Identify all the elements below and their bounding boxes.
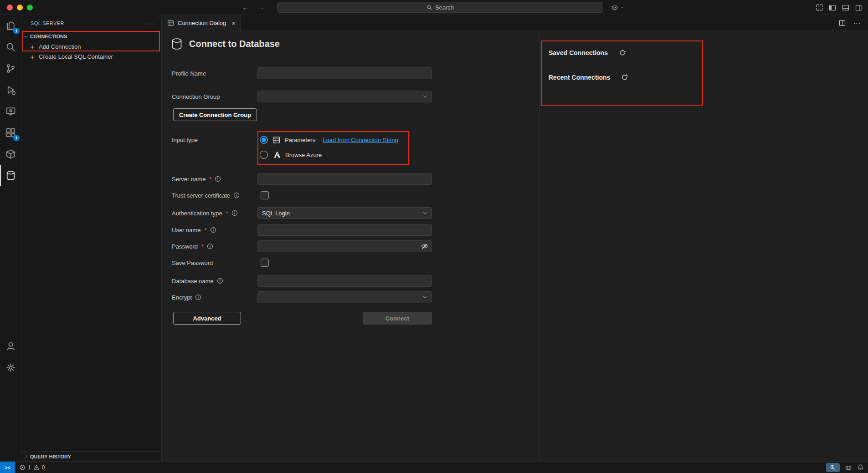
required-marker: * xyxy=(209,176,211,183)
create-local-sql-container-item[interactable]: + Create Local SQL Container xyxy=(21,51,161,61)
toggle-panel-icon[interactable] xyxy=(842,4,849,11)
chevron-down-icon xyxy=(620,5,624,10)
connections-side-panel: Saved Connections Recent Connections xyxy=(539,31,868,461)
editor-more-actions-icon[interactable]: ··· xyxy=(853,20,861,26)
command-center-search[interactable]: Search xyxy=(277,2,603,13)
activity-accounts[interactable] xyxy=(0,336,21,357)
database-name-label: Database name xyxy=(172,275,223,287)
toggle-primary-sidebar-icon[interactable] xyxy=(829,4,836,11)
connect-button[interactable]: Connect xyxy=(363,312,432,325)
activity-remote-explorer[interactable] xyxy=(0,101,21,122)
chevron-down-icon xyxy=(24,34,29,39)
dialog-header: Connect to Database xyxy=(171,37,280,51)
connection-dialog-webview: Connect to Database Profile Name Connect… xyxy=(162,31,868,461)
tab-connection-dialog[interactable]: Connection Dialog × xyxy=(162,15,241,31)
connection-group-label: Connection Group xyxy=(172,91,220,102)
split-editor-icon[interactable] xyxy=(839,20,846,26)
azure-icon xyxy=(272,151,281,159)
activity-extensions[interactable]: 1 xyxy=(0,122,21,143)
back-arrow-icon[interactable]: ← xyxy=(242,4,249,12)
browse-azure-radio[interactable] xyxy=(260,151,268,159)
copilot-status-icon[interactable] xyxy=(845,464,852,471)
connections-section-header[interactable]: CONNECTIONS xyxy=(21,31,161,41)
profile-name-input[interactable] xyxy=(257,67,432,79)
create-connection-group-button[interactable]: Create Connection Group xyxy=(173,108,257,121)
tab-label: Connection Dialog xyxy=(178,20,226,26)
sidebar-more-actions-icon[interactable]: ··· xyxy=(148,20,155,27)
search-icon xyxy=(426,5,432,10)
info-icon[interactable] xyxy=(217,278,223,284)
window-zoom-button[interactable] xyxy=(27,5,33,10)
password-label: Password * xyxy=(172,240,213,252)
add-connection-label: Add Connection xyxy=(39,43,81,50)
activity-bar: 1 1 xyxy=(0,15,21,461)
search-icon xyxy=(5,42,16,52)
activity-sql-server[interactable] xyxy=(0,165,21,186)
add-connection-item[interactable]: + Add Connection xyxy=(21,41,161,51)
editor-group: Connection Dialog × ··· Connect to Datab… xyxy=(162,15,868,461)
input-type-label: Input type xyxy=(172,134,198,146)
info-icon[interactable] xyxy=(195,294,201,300)
info-icon[interactable] xyxy=(210,227,216,233)
history-nav: ← → xyxy=(242,0,265,15)
database-name-field-wrap xyxy=(257,275,432,287)
tab-bar: Connection Dialog × ··· xyxy=(162,15,868,31)
server-name-input[interactable] xyxy=(257,173,432,185)
info-icon[interactable] xyxy=(233,192,240,198)
explorer-badge: 1 xyxy=(13,28,20,34)
gear-icon xyxy=(5,362,16,373)
chevron-down-icon xyxy=(422,210,428,216)
warning-count: 0 xyxy=(42,464,45,471)
notifications-bell-icon[interactable] xyxy=(857,464,864,471)
source-control-icon xyxy=(5,63,16,74)
activity-explorer[interactable]: 1 xyxy=(0,15,21,36)
copilot-menu-button[interactable] xyxy=(611,2,624,13)
connection-group-select[interactable] xyxy=(257,91,432,102)
error-icon xyxy=(19,464,26,471)
advanced-button[interactable]: Advanced xyxy=(173,312,241,325)
parameters-label: Parameters xyxy=(285,137,315,143)
run-debug-icon xyxy=(5,85,16,95)
copilot-icon xyxy=(611,4,618,11)
parameters-radio[interactable] xyxy=(260,136,268,144)
container-cube-icon xyxy=(5,149,16,159)
info-icon[interactable] xyxy=(215,176,221,182)
recent-connections-label: Recent Connections xyxy=(549,74,610,81)
server-name-field-wrap xyxy=(257,173,432,185)
account-icon xyxy=(5,341,16,351)
problems-status-item[interactable]: 1 0 xyxy=(19,464,45,471)
activity-run-debug[interactable] xyxy=(0,79,21,101)
tab-close-icon[interactable]: × xyxy=(231,19,236,27)
forward-arrow-icon[interactable]: → xyxy=(257,4,265,12)
activity-containers[interactable] xyxy=(0,143,21,165)
save-password-checkbox[interactable] xyxy=(261,259,269,267)
encrypt-select[interactable] xyxy=(257,291,432,303)
activity-bar-bottom xyxy=(0,336,21,378)
activity-settings[interactable] xyxy=(0,357,21,378)
remote-icon: >< xyxy=(5,465,10,470)
load-from-connection-string-link[interactable]: Load from Connection String xyxy=(323,137,398,143)
refresh-icon[interactable] xyxy=(619,49,626,56)
create-local-sql-container-label: Create Local SQL Container xyxy=(39,53,113,60)
activity-source-control[interactable] xyxy=(0,58,21,79)
toggle-secondary-sidebar-icon[interactable] xyxy=(855,4,863,11)
window-controls xyxy=(7,5,33,10)
refresh-icon[interactable] xyxy=(621,74,628,81)
toggle-password-visibility-icon[interactable] xyxy=(421,243,428,250)
sql-server-sidebar: SQL SERVER ··· CONNECTIONS + Add Connect… xyxy=(21,15,162,461)
trust-certificate-checkbox[interactable] xyxy=(261,191,269,199)
activity-search[interactable] xyxy=(0,36,21,58)
info-icon[interactable] xyxy=(231,210,238,216)
remote-indicator[interactable]: >< xyxy=(0,462,15,473)
window-close-button[interactable] xyxy=(7,5,13,10)
customize-layout-icon[interactable] xyxy=(816,4,823,11)
window-minimize-button[interactable] xyxy=(17,5,23,10)
user-name-input[interactable] xyxy=(257,224,432,236)
password-input[interactable] xyxy=(257,240,432,252)
zoom-status-item[interactable] xyxy=(826,463,840,472)
info-icon[interactable] xyxy=(207,243,213,249)
authentication-type-select[interactable]: SQL Login xyxy=(257,207,432,219)
database-name-input[interactable] xyxy=(257,275,432,287)
sidebar-title: SQL SERVER xyxy=(31,20,148,26)
query-history-section-header[interactable]: QUERY HISTORY xyxy=(21,451,161,461)
